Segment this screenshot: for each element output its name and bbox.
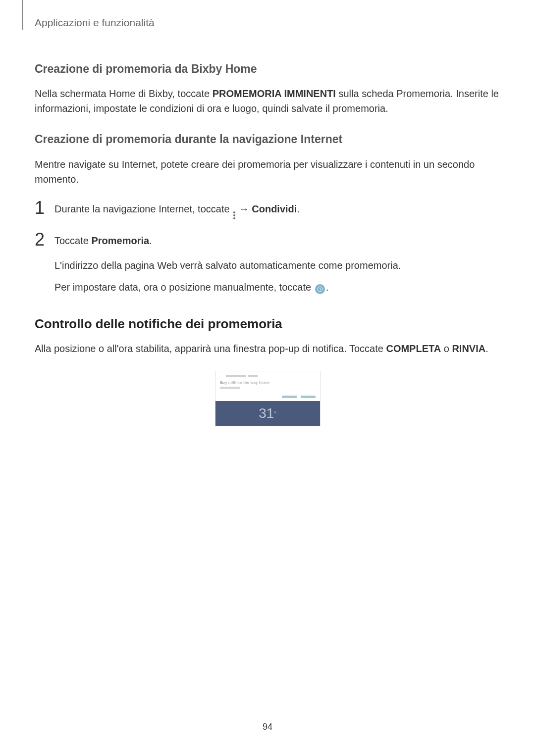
notification-app-label [226,375,246,377]
text: . [297,203,300,214]
text: Alla posizione o all'ora stabilita, appa… [35,343,386,354]
text-bold: PROMEMORIA IMMINENTI [213,88,336,99]
text-bold: Condividi [252,203,297,214]
page-number: 94 [0,720,535,734]
notification-header [220,374,316,378]
clock-icon [315,284,325,294]
text-bold: RINVIA [452,343,485,354]
section-notifications-text: Alla posizione o all'ora stabilita, appa… [35,341,500,356]
weather-degree: ° [274,409,276,418]
text: . [326,282,329,293]
notification-buttons [215,394,320,401]
notification-card: Buy milk on the way home [215,371,320,394]
section-title-internet: Creazione di promemoria durante la navig… [35,131,500,148]
snooze-button [282,396,297,398]
page-corner-mark [22,0,23,30]
more-options-icon [233,211,235,219]
step-number: 1 [35,199,54,217]
text-bold: Promemoria [91,235,149,246]
text: Durante la navigazione Internet, toccate [54,203,232,214]
section-title-bixby: Creazione di promemoria da Bixby Home [35,60,500,78]
step-2-text: Toccate Promemoria. [54,233,500,248]
step-number: 2 [35,231,54,249]
notification-screenshot: Buy milk on the way home 31° [215,371,321,427]
chapter-title: Applicazioni e funzionalità [35,15,500,31]
weather-temperature: 31 [259,403,274,424]
page-content: Applicazioni e funzionalità Creazione di… [0,0,535,426]
text: Toccate [54,235,91,246]
step-2-sub-1: L'indirizzo della pagina Web verrà salva… [54,258,500,273]
text: Nella schermata Home di Bixby, toccate [35,88,213,99]
section-bixby-text: Nella schermata Home di Bixby, toccate P… [35,86,500,116]
text: Per impostare data, ora o posizione manu… [54,282,314,293]
notification-time-label [248,375,258,377]
complete-button [301,396,316,398]
subheading-notifications: Controllo delle notifiche dei promemoria [35,314,500,334]
step-2-sub-2: Per impostare data, ora o posizione manu… [54,280,500,295]
weather-widget: 31° [215,401,320,426]
step-1: 1 Durante la navigazione Internet, tocca… [35,202,500,224]
step-1-text: Durante la navigazione Internet, toccate… [54,202,500,219]
text: . [149,235,152,246]
arrow: → [236,203,252,214]
text: o [441,343,452,354]
text: . [485,343,488,354]
notification-subtitle [220,386,316,391]
text-bold: COMPLETA [386,343,441,354]
notification-title: Buy milk on the way home [220,380,316,385]
step-2: 2 Toccate Promemoria. [35,233,500,253]
section-internet-intro: Mentre navigate su Internet, potete crea… [35,157,500,187]
bell-icon [220,374,224,378]
